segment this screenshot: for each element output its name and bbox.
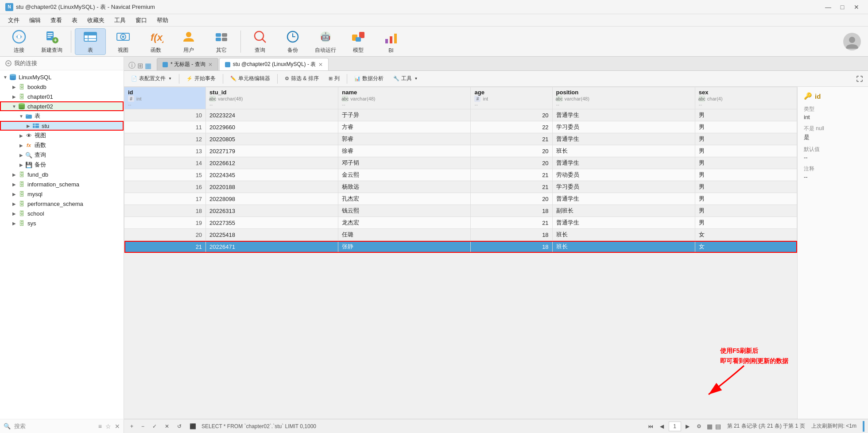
- table-cell[interactable]: 普通学生: [552, 157, 695, 169]
- table-cell[interactable]: 郭睿: [338, 133, 471, 145]
- sidebar-item-performance-schema[interactable]: ▶ 🗄 performance_schema: [0, 199, 124, 209]
- menu-table[interactable]: 表: [67, 15, 82, 25]
- table-row[interactable]: 1620220188杨致远21学习委员男: [124, 181, 797, 193]
- menu-file[interactable]: 文件: [4, 15, 24, 25]
- sidebar-item-queries-folder[interactable]: ▶ 🔍 查询: [0, 150, 124, 160]
- expand-arrow-queries[interactable]: ▶: [18, 151, 25, 159]
- data-analysis-button[interactable]: 📊 数据分析: [351, 73, 387, 84]
- table-cell[interactable]: 普通学生: [552, 193, 695, 205]
- table-cell[interactable]: 金云熙: [338, 169, 471, 181]
- table-cell[interactable]: 22: [471, 121, 552, 133]
- expand-arrow-chapter01[interactable]: ▶: [11, 93, 18, 100]
- table-row[interactable]: 1120229660方睿22学习委员男: [124, 121, 797, 133]
- page-number[interactable]: 1: [669, 421, 681, 431]
- toolbar-backup-button[interactable]: 备份: [277, 28, 308, 55]
- table-cell[interactable]: 男: [695, 193, 797, 205]
- sidebar-item-views-folder[interactable]: ▶ 👁 视图: [0, 131, 124, 140]
- close-sidebar-icon[interactable]: ✕: [115, 423, 120, 430]
- table-row[interactable]: 1820226313钱云熙18副班长男: [124, 205, 797, 217]
- info-icon[interactable]: ⓘ: [128, 61, 136, 70]
- table-cell[interactable]: 20: [471, 157, 552, 169]
- table-cell[interactable]: 男: [695, 205, 797, 217]
- table-cell[interactable]: 12: [124, 133, 206, 145]
- table-row[interactable]: 1020223224于子异20普通学生男: [124, 109, 797, 121]
- expand-arrow-information-schema[interactable]: ▶: [11, 181, 18, 188]
- expand-arrow-functions[interactable]: ▶: [18, 142, 25, 149]
- menu-help[interactable]: 帮助: [152, 15, 173, 25]
- table-cell[interactable]: 18: [124, 205, 206, 217]
- table-cell[interactable]: 班长: [552, 229, 695, 241]
- table-cell[interactable]: 19: [124, 217, 206, 229]
- columns-button[interactable]: ⊞ 列: [325, 73, 343, 84]
- sidebar-item-mysql[interactable]: ▶ 🗄 mysql: [0, 189, 124, 199]
- sidebar-item-fund-db[interactable]: ▶ 🗄 fund_db: [0, 170, 124, 179]
- table-cell[interactable]: 男: [695, 121, 797, 133]
- expand-arrow-bookdb[interactable]: ▶: [11, 83, 18, 90]
- expand-button[interactable]: [855, 74, 864, 84]
- table-cell[interactable]: 女: [695, 241, 797, 253]
- prev-page-button[interactable]: ◀: [657, 421, 667, 431]
- sidebar-item-linuxmysql[interactable]: ▼ LinuxMySQL: [0, 72, 124, 82]
- expand-arrow-tables[interactable]: ▼: [18, 112, 25, 120]
- table-cell[interactable]: 20220805: [206, 133, 338, 145]
- toolbar-bi-button[interactable]: BI: [376, 28, 407, 55]
- table-cell[interactable]: 20223224: [206, 109, 338, 121]
- cell-editor-button[interactable]: ✏️ 单元格编辑器: [227, 73, 274, 84]
- table-cell[interactable]: 20228098: [206, 193, 338, 205]
- table-cell[interactable]: 13: [124, 145, 206, 157]
- expand-arrow-mysql[interactable]: ▶: [11, 190, 18, 197]
- confirm-button[interactable]: ✓: [150, 422, 159, 430]
- table-cell[interactable]: 21: [471, 217, 552, 229]
- refresh-button[interactable]: ↺: [174, 422, 184, 430]
- expand-arrow-performance-schema[interactable]: ▶: [11, 200, 18, 207]
- table-row[interactable]: 1420226612邓子韬20普通学生男: [124, 157, 797, 169]
- menu-tools[interactable]: 工具: [110, 15, 130, 25]
- maximize-button[interactable]: □: [836, 2, 849, 12]
- next-page-button[interactable]: ▶: [683, 421, 693, 431]
- toolbar-user-button[interactable]: 用户: [173, 28, 204, 55]
- table-cell[interactable]: 邓子韬: [338, 157, 471, 169]
- expand-arrow-school[interactable]: ▶: [11, 210, 18, 217]
- table-cell[interactable]: 孔杰宏: [338, 193, 471, 205]
- menu-edit[interactable]: 编辑: [25, 15, 45, 25]
- menu-window[interactable]: 窗口: [131, 15, 151, 25]
- menu-view[interactable]: 查看: [46, 15, 66, 25]
- expand-arrow-views[interactable]: ▶: [18, 132, 25, 139]
- start-transaction-button[interactable]: ⚡ 开始事务: [183, 73, 219, 84]
- table-cell[interactable]: 钱云熙: [338, 205, 471, 217]
- table-cell[interactable]: 20: [124, 229, 206, 241]
- toolbar-new-query-button[interactable]: + 新建查询: [36, 28, 67, 55]
- table-cell[interactable]: 20226313: [206, 205, 338, 217]
- expand-arrow-chapter02[interactable]: ▼: [11, 103, 18, 110]
- table-row[interactable]: 2120226471张静18班长女: [124, 241, 797, 253]
- table-cell[interactable]: 21: [471, 133, 552, 145]
- expand-arrow-sys[interactable]: ▶: [11, 220, 18, 227]
- table-view-icon[interactable]: ▦: [145, 62, 151, 70]
- table-row[interactable]: 1920227355龙杰宏21普通学生男: [124, 217, 797, 229]
- table-cell[interactable]: 21: [471, 181, 552, 193]
- expand-arrow-backup[interactable]: ▶: [18, 161, 25, 168]
- table-cell[interactable]: 男: [695, 217, 797, 229]
- sidebar-item-chapter01[interactable]: ▶ 🗄 chapter01: [0, 92, 124, 101]
- toolbar-autorun-button[interactable]: 🤖 自动运行: [310, 28, 341, 55]
- toolbar-query-button[interactable]: 查询: [244, 28, 275, 55]
- toolbar-model-button[interactable]: 模型: [343, 28, 374, 55]
- table-cell[interactable]: 女: [695, 229, 797, 241]
- filter-sort-button[interactable]: ⚙ 筛选 & 排序: [281, 73, 322, 84]
- table-cell[interactable]: 男: [695, 181, 797, 193]
- table-cell[interactable]: 20227355: [206, 217, 338, 229]
- first-page-button[interactable]: ⏮: [646, 421, 655, 431]
- table-cell[interactable]: 21: [124, 241, 206, 253]
- table-cell[interactable]: 男: [695, 157, 797, 169]
- table-cell[interactable]: 20: [471, 193, 552, 205]
- add-record-button[interactable]: +: [128, 422, 136, 430]
- table-cell[interactable]: 20220188: [206, 181, 338, 193]
- table-row[interactable]: 1720228098孔杰宏20普通学生男: [124, 193, 797, 205]
- table-cell[interactable]: 20224345: [206, 169, 338, 181]
- table-cell[interactable]: 18: [471, 229, 552, 241]
- table-cell[interactable]: 任璐: [338, 229, 471, 241]
- table-cell[interactable]: 杨致远: [338, 181, 471, 193]
- sidebar-item-tables-folder[interactable]: ▼ 表: [0, 111, 124, 121]
- expand-arrow-fund-db[interactable]: ▶: [11, 171, 18, 178]
- toolbar-table-button[interactable]: 表: [75, 28, 106, 55]
